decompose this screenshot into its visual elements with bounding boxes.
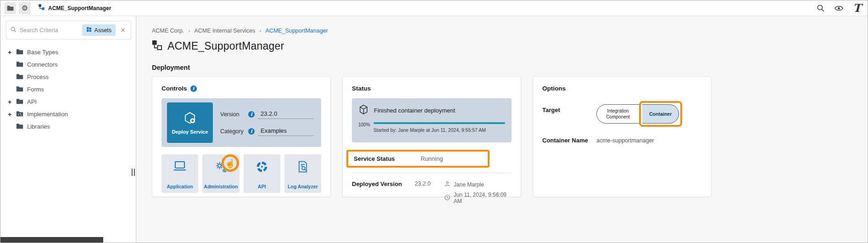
breadcrumb-current[interactable]: ACME_SupportManager	[266, 28, 328, 34]
deployed-at-time: Jun 11, 2024, 9:56:09 AM	[454, 192, 512, 204]
sidebar-bottom-bar	[0, 237, 103, 243]
container-box-icon	[358, 104, 369, 117]
deployed-version-label: Deployed Version	[352, 181, 415, 187]
breadcrumb: ACME Corp. › ACME Internal Services › AC…	[152, 27, 868, 34]
breadcrumb-separator: ›	[188, 27, 190, 34]
tree-item-label: Forms	[27, 86, 44, 93]
administration-tile[interactable]: Administration ☝	[202, 154, 239, 193]
search-icon-small	[10, 26, 17, 34]
progress-percent-label: 100%	[358, 122, 369, 127]
search-criteria-input[interactable]	[20, 27, 79, 34]
clock-icon	[444, 194, 451, 202]
service-blocks-icon	[152, 40, 162, 52]
page-title: ACME_SupportManager	[167, 40, 284, 52]
integration-component-option[interactable]: Integration Component	[596, 104, 640, 124]
tree-item-process[interactable]: Process	[7, 71, 136, 83]
tree-item-api[interactable]: + API	[7, 96, 136, 108]
service-status-label: Service Status	[354, 155, 421, 162]
folder-network-icon	[16, 111, 23, 118]
deployment-section-title: Deployment	[152, 64, 868, 71]
administration-icon	[214, 160, 227, 175]
deploy-fields: Version i 23.2.0 Category i Examples	[220, 110, 316, 136]
deployed-version-row: Deployed Version 23.2.0 Jane Marple	[352, 181, 512, 204]
annotation-box-container: Container	[639, 101, 682, 127]
tree-item-label: Base Types	[27, 49, 58, 56]
main-content: ACME Corp. › ACME Internal Services › AC…	[136, 16, 868, 243]
category-input[interactable]: Examples	[258, 127, 314, 136]
deployed-version-value: 23.2.0	[415, 181, 444, 187]
deploy-service-icon	[183, 111, 197, 125]
gear-icon: ⚙	[22, 5, 28, 12]
panel-resize-handle[interactable]	[132, 169, 135, 176]
tree-item-base-types[interactable]: + Base Types	[7, 46, 136, 58]
search-icon[interactable]	[816, 4, 825, 12]
tab-acme-supportmanager[interactable]: ACME_SupportManager	[33, 0, 116, 16]
topbar-left: ⚙ ACME_SupportManager	[4, 0, 116, 16]
info-icon[interactable]: i	[190, 85, 197, 92]
tree-item-connectors[interactable]: Connectors	[7, 58, 136, 71]
api-tile[interactable]: API	[244, 154, 280, 193]
clear-search-button[interactable]: ×	[119, 26, 127, 34]
controls-card-title: Controls	[161, 85, 187, 92]
search-criteria-box: Assets ×	[6, 21, 131, 40]
assets-filter-chip[interactable]: Assets	[82, 24, 116, 36]
settings-button[interactable]: ⚙	[19, 2, 31, 14]
started-by-text: Started by: Jane Marple at Jun 11, 2024,…	[373, 127, 505, 133]
status-card: Status Finished container deployment 100…	[342, 76, 521, 197]
application-icon	[173, 160, 187, 174]
tree-item-implementation[interactable]: + Implementation	[7, 108, 136, 120]
asset-tree: + Base Types Connectors Process	[0, 40, 136, 133]
folder-icon	[16, 123, 23, 130]
deployed-by-name: Jane Marple	[454, 181, 484, 188]
application-tile[interactable]: Application	[161, 154, 198, 193]
tree-item-label: Implementation	[27, 111, 68, 118]
options-card: Options Target Integration Component Con…	[533, 76, 712, 197]
console-tiles: Application Administration ☝	[161, 154, 321, 193]
controls-card: Controls i Deploy Service Version	[152, 76, 331, 197]
tree-item-label: API	[27, 98, 37, 105]
tree-item-label: Connectors	[27, 61, 57, 68]
log-analyzer-icon	[297, 160, 309, 175]
folder-icon	[16, 73, 23, 81]
deployed-meta: Jane Marple Jun 11, 2024, 9:56:09 AM	[444, 181, 512, 204]
options-card-title: Options	[542, 85, 566, 92]
folder-icon	[7, 5, 14, 11]
deploy-service-button[interactable]: Deploy Service	[167, 102, 213, 143]
expand-icon[interactable]: +	[7, 49, 12, 56]
deploy-panel: Deploy Service Version i 23.2.0 Category…	[161, 98, 321, 147]
info-icon[interactable]: i	[248, 128, 255, 135]
annotation-box-service-status: Service Status Running	[346, 150, 490, 168]
deploy-service-label: Deploy Service	[172, 129, 208, 135]
container-name-row: Container Name acme-supportmanager	[542, 137, 702, 144]
tree-item-libraries[interactable]: Libraries	[7, 120, 136, 133]
breadcrumb-acme-corp[interactable]: ACME Corp.	[152, 28, 184, 34]
expand-icon[interactable]: +	[7, 98, 12, 106]
preview-eye-icon[interactable]	[834, 5, 844, 12]
log-analyzer-tile[interactable]: Log Analyzer	[284, 154, 321, 193]
breadcrumb-internal-services[interactable]: ACME Internal Services	[195, 28, 256, 34]
tree-item-forms[interactable]: Forms	[7, 83, 136, 96]
status-card-title: Status	[352, 85, 371, 92]
app-window: ⚙ ACME_SupportManager T	[0, 0, 868, 243]
expand-icon[interactable]: +	[7, 111, 12, 118]
folder-icon	[16, 49, 23, 56]
breadcrumb-separator: ›	[259, 27, 261, 34]
progress-bar	[373, 122, 505, 124]
topbar-right: T	[816, 3, 861, 14]
version-input[interactable]: 23.2.0	[258, 110, 314, 119]
info-icon[interactable]: i	[248, 111, 255, 118]
application-tile-label: Application	[167, 184, 193, 189]
service-status-value: Running	[421, 155, 443, 162]
category-field-row: Category i Examples	[220, 127, 314, 136]
status-divider	[352, 173, 512, 173]
deployment-message: Finished container deployment	[374, 107, 455, 114]
version-label: Version	[220, 111, 245, 118]
container-option[interactable]: Container	[642, 104, 679, 124]
open-folder-button[interactable]	[4, 2, 16, 14]
folder-icon	[16, 98, 23, 106]
asset-explorer-sidebar: Assets × + Base Types Connectors	[0, 16, 136, 243]
assets-grid-icon	[86, 27, 92, 34]
page-title-row: ACME_SupportManager	[152, 40, 868, 52]
category-label: Category	[220, 128, 245, 135]
folder-icon	[16, 86, 23, 93]
